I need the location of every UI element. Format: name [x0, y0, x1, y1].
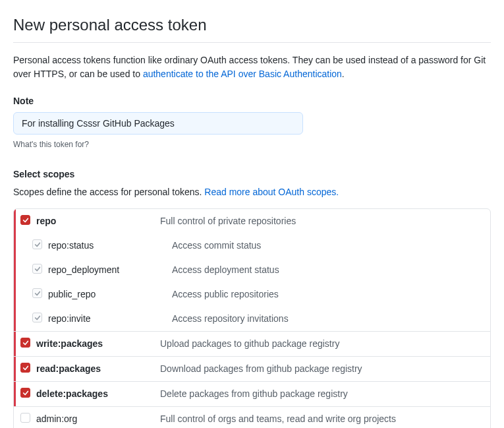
- scope-row: repoFull control of private repositories: [14, 209, 490, 233]
- scope-label-col: repo_deployment: [45, 263, 172, 277]
- scopes-desc-text: Scopes define the access for personal to…: [13, 187, 204, 197]
- scope-label-col: repo:status: [45, 239, 172, 253]
- checkbox-wrap: [32, 263, 45, 274]
- scope-label-col: repo: [34, 214, 160, 228]
- checkbox-wrap: [32, 239, 45, 249]
- scope-label-col: read:packages: [34, 362, 160, 376]
- scope-label-col: delete:packages: [34, 387, 160, 401]
- scopes-list: repoFull control of private repositories…: [13, 208, 491, 428]
- scope-group: admin:orgFull control of orgs and teams,…: [14, 406, 490, 428]
- scope-group: delete:packagesDelete packages from gith…: [14, 381, 490, 406]
- scope-description: Full control of private repositories: [160, 214, 482, 228]
- scope-description: Access commit status: [172, 239, 482, 253]
- checkbox-wrap: [32, 312, 45, 322]
- checkbox-wrap: [20, 214, 34, 225]
- scope-checkbox[interactable]: [32, 264, 42, 274]
- scope-checkbox[interactable]: [20, 363, 30, 373]
- scope-row: repo:statusAccess commit status: [14, 233, 490, 258]
- scope-group: read:packagesDownload packages from gith…: [14, 356, 490, 381]
- scope-checkbox[interactable]: [32, 239, 42, 249]
- scope-label[interactable]: repo:invite: [48, 313, 91, 324]
- scope-description: Access public repositories: [172, 288, 482, 301]
- scope-row: write:packagesUpload packages to github …: [14, 332, 490, 356]
- scope-row: read:packagesDownload packages from gith…: [14, 357, 490, 381]
- scope-checkbox[interactable]: [20, 338, 30, 348]
- checkbox-wrap: [20, 337, 34, 348]
- scope-label[interactable]: repo_deployment: [48, 264, 119, 275]
- page-description: Personal access tokens function like ord…: [13, 53, 491, 81]
- scope-label[interactable]: admin:org: [36, 413, 77, 424]
- scopes-description: Scopes define the access for personal to…: [13, 185, 491, 199]
- scope-label-col: write:packages: [34, 337, 160, 351]
- scope-group: repoFull control of private repositories…: [14, 209, 490, 331]
- scope-label-col: admin:org: [34, 412, 160, 426]
- scope-label[interactable]: read:packages: [36, 363, 101, 374]
- page-title: New personal access token: [13, 13, 491, 37]
- checkbox-wrap: [32, 288, 45, 298]
- scope-group: write:packagesUpload packages to github …: [14, 331, 490, 356]
- note-label: Note: [13, 94, 491, 108]
- scope-description: Upload packages to github package regist…: [160, 337, 482, 351]
- scope-label[interactable]: public_repo: [48, 289, 96, 299]
- scope-description: Download packages from github package re…: [160, 362, 482, 376]
- auth-api-link[interactable]: authenticate to the API over Basic Authe…: [143, 69, 342, 79]
- checkbox-wrap: [20, 412, 34, 423]
- scope-description: Access repository invitations: [172, 312, 482, 326]
- scope-label[interactable]: repo: [36, 216, 56, 226]
- scopes-header: Select scopes: [13, 168, 491, 181]
- note-input[interactable]: [13, 112, 303, 135]
- scope-row: repo_deploymentAccess deployment status: [14, 258, 490, 282]
- scope-label-col: repo:invite: [45, 312, 172, 326]
- divider: [13, 42, 491, 43]
- scope-label[interactable]: delete:packages: [36, 388, 108, 399]
- scope-description: Access deployment status: [172, 263, 482, 277]
- oauth-scopes-link[interactable]: Read more about OAuth scopes.: [204, 187, 339, 197]
- checkbox-wrap: [20, 362, 34, 373]
- scope-label[interactable]: repo:status: [48, 240, 94, 251]
- scope-checkbox[interactable]: [32, 313, 42, 322]
- scope-description: Full control of orgs and teams, read and…: [160, 412, 482, 426]
- scope-row: delete:packagesDelete packages from gith…: [14, 382, 490, 406]
- scope-checkbox[interactable]: [20, 388, 30, 398]
- scope-checkbox[interactable]: [20, 413, 30, 423]
- scope-label[interactable]: write:packages: [36, 338, 103, 349]
- checkbox-wrap: [20, 387, 34, 398]
- scope-row: public_repoAccess public repositories: [14, 282, 490, 307]
- description-text-post: .: [342, 69, 345, 79]
- scope-checkbox[interactable]: [32, 288, 42, 298]
- scope-row: repo:inviteAccess repository invitations: [14, 307, 490, 331]
- scope-label-col: public_repo: [45, 288, 172, 301]
- scope-row: admin:orgFull control of orgs and teams,…: [14, 407, 490, 428]
- scope-checkbox[interactable]: [20, 215, 30, 225]
- scope-description: Delete packages from github package regi…: [160, 387, 482, 401]
- note-hint: What's this token for?: [13, 138, 491, 150]
